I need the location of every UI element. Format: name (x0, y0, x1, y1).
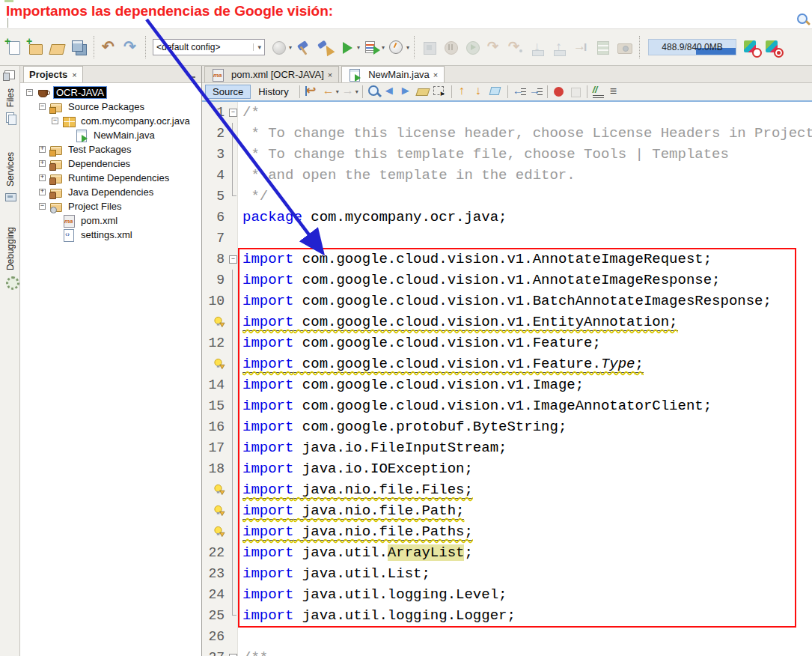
chevron-down-icon[interactable]: ▾ (382, 44, 385, 51)
tab-newmain-java[interactable]: NewMain.java × (341, 66, 445, 82)
profile-telemetry-button[interactable] (742, 37, 762, 58)
last-edit-button[interactable] (304, 84, 320, 100)
close-icon[interactable]: × (72, 70, 76, 79)
close-icon[interactable]: × (328, 70, 332, 79)
minimize-panel-icon[interactable] (189, 76, 195, 78)
line-number[interactable]: 18 (202, 458, 228, 479)
line-number[interactable]: 27 (202, 647, 228, 656)
code-fold-toggle[interactable] (228, 647, 238, 656)
code-line-4[interactable]: 4 * and open the template in the editor. (202, 165, 812, 186)
profile-stop-button[interactable] (763, 37, 784, 58)
sidebar-item-files[interactable]: Files (0, 88, 20, 124)
line-number[interactable]: 2 (202, 123, 228, 144)
code-line-26[interactable]: 26 (202, 626, 812, 647)
run-button[interactable] (337, 37, 357, 58)
tree-item-java-dependencies[interactable]: +Java Dependencies (20, 185, 201, 199)
code-line-23[interactable]: 23import java.util.List; (202, 563, 812, 584)
line-number[interactable]: 17 (202, 437, 228, 458)
collapse-toggle-icon[interactable]: − (26, 89, 33, 96)
sidebar-item-services[interactable]: Services (0, 152, 20, 203)
expand-toggle-icon[interactable]: + (39, 174, 46, 181)
collapse-toggle-icon[interactable]: − (39, 103, 46, 110)
warning-hint-icon[interactable] (202, 500, 228, 521)
new-file-button[interactable] (4, 37, 24, 58)
find-button[interactable] (366, 84, 382, 100)
undo-button[interactable] (99, 37, 119, 58)
tree-item-ocr-java[interactable]: −OCR-JAVA (20, 85, 201, 100)
tab-projects[interactable]: Projects × (23, 66, 83, 82)
shift-right-button[interactable] (528, 84, 544, 100)
line-number[interactable]: 8 (202, 249, 228, 270)
line-number[interactable]: 26 (202, 626, 228, 647)
record-macro-button[interactable] (551, 84, 567, 100)
line-number[interactable]: 15 (202, 395, 228, 416)
line-number[interactable]: 4 (202, 165, 228, 186)
nav-back-button[interactable] (320, 84, 337, 100)
close-icon[interactable]: × (433, 70, 438, 79)
code-line-11[interactable]: import com.google.cloud.vision.v1.Entity… (202, 312, 812, 332)
line-number[interactable]: 22 (202, 542, 228, 563)
tree-item-test-packages[interactable]: +Test Packages (20, 142, 201, 157)
code-line-13[interactable]: import com.google.cloud.vision.v1.Featur… (202, 353, 812, 374)
find-previous-button[interactable] (382, 84, 399, 100)
code-line-1[interactable]: 1/* (202, 102, 812, 123)
expand-toggle-icon[interactable]: + (39, 189, 46, 195)
new-project-button[interactable] (25, 37, 46, 58)
quick-search-icon[interactable] (795, 11, 811, 28)
memory-indicator[interactable]: 488.9/840.0MB (648, 39, 736, 55)
line-number[interactable]: 9 (202, 270, 228, 291)
warning-hint-icon[interactable] (202, 353, 228, 374)
project-configuration-select[interactable]: <default config>▾ (153, 39, 265, 55)
warning-hint-icon[interactable] (202, 479, 228, 500)
code-line-3[interactable]: 3 * To change this template file, choose… (202, 144, 812, 165)
tree-item-pom-xml[interactable]: pom.xml (20, 213, 201, 228)
tree-item-settings-xml[interactable]: settings.xml (20, 228, 201, 242)
find-next-button[interactable] (399, 84, 415, 100)
code-line-27[interactable]: 27/** (202, 647, 812, 656)
tree-item-source-packages[interactable]: −Source Packages (20, 100, 201, 114)
save-all-button[interactable] (69, 37, 89, 58)
rect-select-button[interactable] (432, 84, 448, 100)
sidebar-item-debugging[interactable]: Debugging (0, 227, 20, 287)
code-line-8[interactable]: 8import com.google.cloud.vision.v1.Annot… (202, 249, 812, 270)
debug-button[interactable] (361, 37, 382, 58)
profile-button[interactable] (386, 37, 406, 58)
tree-item-com-mycompany-ocr-java[interactable]: −com.mycompany.ocr.java (20, 114, 201, 128)
code-fold-toggle[interactable] (228, 102, 238, 123)
warning-hint-icon[interactable] (202, 521, 228, 542)
line-number[interactable]: 25 (202, 605, 228, 626)
next-occurrence-button[interactable] (471, 84, 488, 100)
toggle-highlight-button[interactable] (415, 84, 432, 100)
line-number[interactable]: 16 (202, 416, 228, 437)
toggle-bookmark-button[interactable] (488, 84, 504, 100)
code-line-19[interactable]: import java.nio.file.Files; (202, 479, 812, 500)
code-line-9[interactable]: 9import com.google.cloud.vision.v1.Annot… (202, 270, 812, 291)
tab-pom-xml[interactable]: pom.xml [OCR-JAVA] × (204, 66, 339, 82)
tree-item-runtime-dependencies[interactable]: +Runtime Dependencies (20, 171, 201, 185)
code-line-20[interactable]: import java.nio.file.Path; (202, 500, 812, 521)
uncomment-button[interactable] (607, 84, 623, 100)
collapse-toggle-icon[interactable]: − (39, 203, 46, 210)
line-number[interactable]: 10 (202, 291, 228, 312)
line-number[interactable]: 24 (202, 584, 228, 605)
chevron-down-icon[interactable]: ▾ (357, 44, 360, 51)
open-project-button[interactable] (47, 37, 67, 58)
chevron-down-icon[interactable]: ▾ (406, 44, 409, 51)
tree-item-newmain-java[interactable]: NewMain.java (20, 128, 201, 142)
warning-hint-icon[interactable] (202, 312, 228, 332)
line-number[interactable]: 1 (202, 102, 228, 123)
tree-item-project-files[interactable]: −Project Files (20, 199, 201, 213)
chevron-down-icon[interactable]: ▾ (289, 44, 292, 51)
code-line-21[interactable]: import java.nio.file.Paths; (202, 521, 812, 542)
build-button[interactable] (293, 37, 314, 58)
code-line-6[interactable]: 6package com.mycompany.ocr.java; (202, 207, 812, 228)
line-number[interactable]: 6 (202, 207, 228, 228)
code-line-10[interactable]: 10import com.google.cloud.vision.v1.Batc… (202, 291, 812, 312)
code-line-22[interactable]: 22import java.util.ArrayList; (202, 542, 812, 563)
code-line-16[interactable]: 16import com.google.protobuf.ByteString; (202, 416, 812, 437)
source-view-button[interactable]: Source (205, 85, 251, 99)
prev-occurrence-button[interactable] (455, 84, 471, 100)
code-line-18[interactable]: 18import java.io.IOException; (202, 458, 812, 479)
line-number[interactable]: 3 (202, 144, 228, 165)
redo-button[interactable] (120, 37, 141, 58)
